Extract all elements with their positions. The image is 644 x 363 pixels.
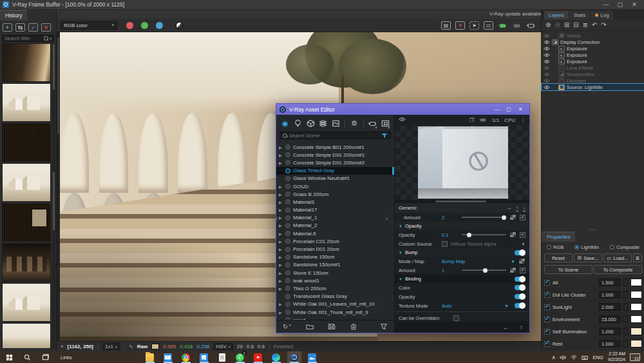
light-color-swatch[interactable] — [630, 328, 642, 335]
material-row[interactable]: ▶ Translucent Glass Gray — [276, 293, 394, 300]
opacity-section-header[interactable]: ▼ Opacity — [395, 222, 529, 230]
intensity-input[interactable]: 15.000 — [599, 315, 621, 323]
intensity-input[interactable]: 1.500 — [599, 279, 621, 286]
material-row[interactable]: ▶ Stone E 150cm — [276, 269, 394, 277]
light-color-swatch[interactable] — [630, 315, 642, 323]
clear-image-icon[interactable]: ✕ — [455, 21, 465, 30]
clock[interactable]: 2:22 AM 9/2/2024 — [608, 351, 625, 363]
purge-icon[interactable] — [380, 323, 388, 330]
mono-channel-icon[interactable] — [176, 22, 183, 29]
asset-editor-titlebar[interactable]: V-Ray Asset Editor — ▢ ✕ — [276, 104, 529, 115]
sample-size-select[interactable]: 1x1▾ — [102, 343, 120, 350]
history-save-icon[interactable]: + — [3, 23, 12, 32]
material-preview[interactable] — [395, 125, 529, 200]
checkbox-icon[interactable]: ✔ — [544, 304, 550, 310]
add-layer-icon[interactable]: ⊕ — [545, 21, 551, 28]
visibility-eye-icon[interactable] — [544, 40, 550, 44]
layers-panel-tab[interactable]: Layers — [544, 11, 569, 19]
texture-mode-value[interactable]: Auto — [442, 303, 451, 309]
reset-button[interactable]: Reset — [544, 253, 573, 262]
taskbar-app-icon[interactable] — [161, 351, 175, 363]
expand-arrow-icon[interactable]: ▶ — [279, 208, 283, 212]
interactive-render-icon[interactable] — [526, 21, 536, 30]
history-delete-icon[interactable]: ✕ — [41, 23, 51, 32]
checkbox-icon[interactable]: ✔ — [544, 292, 550, 298]
save-asset-icon[interactable] — [328, 323, 336, 330]
expand-arrow-icon[interactable]: ▶ — [279, 192, 283, 197]
hsv-select[interactable]: HSV▾ — [213, 343, 232, 350]
tray-expand-icon[interactable]: ∧ — [552, 355, 556, 360]
history-thumbnail[interactable] — [2, 123, 51, 162]
bump-toggle[interactable] — [515, 250, 526, 255]
filter-icon[interactable] — [381, 133, 388, 138]
material-row[interactable]: ▶ Porcelain D01 20cm — [276, 245, 394, 253]
material-row[interactable]: ▶ White Oak 001_Trunk_mtl_mtl_9 — [276, 308, 394, 316]
taskbar-app-icon[interactable] — [143, 351, 157, 363]
visibility-eye-icon[interactable] — [544, 66, 550, 70]
layers-panel-tab[interactable]: Stats — [569, 11, 590, 19]
layer-row[interactable]: ◐ Exposure — [542, 45, 644, 52]
maximize-button[interactable]: ▢ — [613, 1, 627, 9]
properties-tab[interactable]: Properties — [542, 231, 575, 242]
custom-source-checkbox[interactable] — [442, 241, 448, 247]
expand-arrow-icon[interactable]: ▶ — [279, 271, 283, 275]
visibility-eye-icon[interactable] — [544, 79, 550, 83]
volume-icon[interactable] — [560, 355, 566, 360]
history-thumbnail[interactable] — [2, 43, 51, 82]
redo-icon[interactable]: ↷ — [601, 21, 606, 28]
layers-panel-tab[interactable]: Log — [591, 11, 613, 19]
material-row[interactable]: ▶ Sandstone 150cm#1 — [276, 261, 394, 269]
taskbar-search-icon[interactable] — [18, 351, 36, 363]
stepper[interactable]: ⁚ — [623, 303, 628, 311]
visibility-eye-icon[interactable] — [544, 59, 550, 64]
lights-tab-icon[interactable] — [293, 118, 303, 129]
expand-arrow-icon[interactable]: ▶ — [279, 231, 283, 236]
kebab-menu-icon[interactable]: ⋮ — [520, 117, 526, 123]
chevron-down-icon[interactable]: ▼ — [521, 242, 526, 246]
material-row[interactable]: ▶ Sandstone 150cm — [276, 253, 394, 261]
history-thumbnail[interactable] — [2, 323, 51, 349]
chevron-down-icon[interactable]: ▾ — [50, 36, 52, 41]
taskbar-app-icon[interactable] — [197, 351, 211, 363]
save-image-icon[interactable]: ▤ — [441, 21, 451, 30]
red-channel-icon[interactable] — [126, 22, 133, 29]
stepper[interactable]: ⁚ — [623, 315, 628, 323]
layer-row[interactable]: ◢ Sharpen/Blur — [542, 71, 644, 77]
textures-tab-icon[interactable] — [318, 118, 328, 129]
light-color-swatch[interactable] — [630, 279, 642, 286]
stepper[interactable]: ⁚ — [623, 291, 628, 299]
task-view-icon[interactable] — [36, 351, 54, 363]
taskbar-app-icon[interactable] — [179, 351, 193, 363]
add-asset-icon[interactable]: ↻⁺ — [283, 323, 292, 330]
chevron-down-icon[interactable]: ▼ — [504, 304, 509, 308]
import-icon[interactable]: ↑ — [516, 205, 518, 211]
layer-row[interactable]: ▢ Denoiser — [542, 77, 644, 84]
visibility-eye-icon[interactable] — [544, 72, 550, 77]
material-row[interactable]: ▶ Grass B 200cm — [276, 190, 394, 198]
binding-toggle[interactable] — [515, 277, 526, 282]
layer-list-icon[interactable]: ≣ — [583, 21, 588, 28]
expand-arrow-icon[interactable]: ▶ — [279, 255, 283, 259]
undo-icon[interactable]: ↶ — [592, 21, 597, 28]
render-last-icon[interactable] — [512, 21, 522, 30]
language-indicator[interactable]: ENG — [592, 355, 603, 360]
preview-window-icon[interactable]: ❐ — [469, 117, 474, 123]
update-notice[interactable]: V-Ray update available! — [489, 11, 544, 17]
to-scene-button[interactable]: To Scene — [544, 265, 592, 274]
visibility-eye-icon[interactable] — [544, 85, 550, 90]
intensity-input[interactable]: 1.000 — [599, 340, 621, 348]
checkbox-icon[interactable]: ✔ — [544, 341, 550, 347]
material-row[interactable]: ▶ Material17 — [276, 206, 394, 214]
expand-arrow-icon[interactable]: ▶ — [279, 247, 283, 251]
expand-arrow-icon[interactable]: ▶ — [279, 153, 283, 157]
texture-slot-icon[interactable] — [518, 258, 526, 264]
mode-radio[interactable]: Composite — [610, 244, 639, 250]
lightmix-menu-button[interactable]: ≣ — [633, 253, 642, 262]
material-row[interactable]: ▶ White Oak 001_Leaves_mtl_mtl_10 — [276, 300, 394, 308]
expand-arrow-icon[interactable]: ▶ — [279, 145, 283, 150]
opacity-toggle[interactable] — [515, 294, 526, 299]
binding-section-header[interactable]: ▼ Binding — [395, 275, 529, 283]
mode-radio[interactable]: RGB — [547, 244, 564, 250]
expand-arrow-icon[interactable]: ▶ — [279, 200, 283, 204]
settings-gear-icon[interactable]: ⚙ — [349, 118, 359, 129]
